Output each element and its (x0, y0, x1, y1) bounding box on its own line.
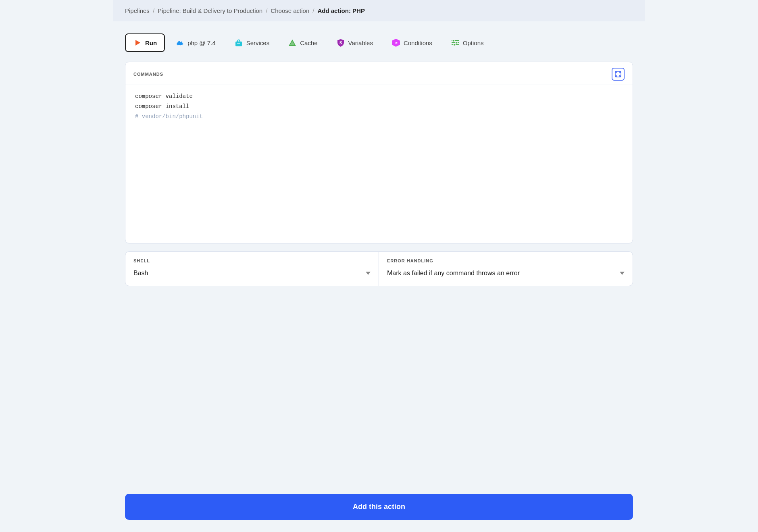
tab-options-label: Options (463, 39, 484, 46)
tab-conditions[interactable]: IF Conditions (383, 33, 440, 52)
error-handling-select[interactable]: Mark as failed if any command throws an … (387, 267, 625, 279)
services-icon (234, 38, 243, 47)
command-line-1: composer validate (135, 91, 623, 102)
shell-section: SHELL Bash (125, 252, 379, 286)
svg-point-5 (179, 45, 180, 46)
breadcrumb-current: Add action: PHP (317, 7, 365, 14)
cache-icon (288, 38, 297, 47)
tab-conditions-label: Conditions (404, 39, 432, 46)
error-handling-value: Mark as failed if any command throws an … (387, 270, 520, 277)
conditions-icon: IF (391, 38, 400, 47)
tab-variables[interactable]: S Variables (328, 33, 381, 52)
tab-cache[interactable]: Cache (280, 33, 325, 52)
breadcrumb-sep-2: / (266, 7, 267, 14)
shell-value: Bash (133, 270, 148, 277)
tab-php-label: php @ 7.4 (187, 39, 215, 46)
php-icon (175, 38, 184, 47)
svg-rect-8 (237, 43, 240, 44)
breadcrumb-sep-1: / (153, 7, 154, 14)
commands-card-header: COMMANDS (125, 62, 633, 85)
tab-options[interactable]: Options (443, 33, 492, 52)
commands-card: COMMANDS composer validate composer inst… (125, 62, 633, 243)
tab-services[interactable]: Services (226, 33, 278, 52)
tab-run-label: Run (145, 39, 157, 46)
command-line-3: # vendor/bin/phpunit (135, 112, 623, 122)
breadcrumb-choose-action[interactable]: Choose action (271, 7, 309, 14)
svg-rect-2 (178, 41, 180, 43)
svg-rect-3 (181, 42, 182, 43)
breadcrumb-pipelines[interactable]: Pipelines (125, 7, 150, 14)
svg-rect-7 (235, 42, 242, 46)
error-handling-label: ERROR HANDLING (387, 258, 625, 263)
svg-text:S: S (339, 41, 342, 45)
tab-cache-label: Cache (300, 39, 317, 46)
tabs-bar: Run php @ 7.4 (125, 33, 633, 52)
tab-variables-label: Variables (348, 39, 373, 46)
shell-chevron-icon (366, 272, 371, 275)
add-action-button[interactable]: Add this action (125, 494, 633, 520)
commands-editor[interactable]: composer validate composer install # ven… (125, 85, 633, 243)
error-handling-section: ERROR HANDLING Mark as failed if any com… (379, 252, 633, 286)
shell-error-card: SHELL Bash ERROR HANDLING Mark as failed… (125, 251, 633, 286)
options-icon (451, 38, 460, 47)
tab-run[interactable]: Run (125, 33, 165, 52)
svg-text:IF: IF (394, 42, 397, 45)
svg-point-16 (452, 40, 454, 42)
breadcrumb-sep-3: / (312, 7, 314, 14)
command-line-2: composer install (135, 102, 623, 112)
breadcrumb-pipeline-name[interactable]: Pipeline: Build & Delivery to Production (158, 7, 262, 14)
svg-point-6 (181, 45, 182, 46)
tab-services-label: Services (246, 39, 270, 46)
svg-point-18 (453, 44, 455, 46)
commands-label: COMMANDS (133, 72, 163, 77)
run-icon (133, 38, 142, 47)
shell-label: SHELL (133, 258, 371, 263)
svg-point-17 (455, 42, 457, 44)
tab-php[interactable]: php @ 7.4 (167, 33, 223, 52)
breadcrumb: Pipelines / Pipeline: Build & Delivery t… (113, 0, 645, 21)
expand-button[interactable] (612, 68, 625, 81)
error-handling-chevron-icon (620, 272, 625, 275)
svg-point-4 (178, 45, 179, 46)
shell-select[interactable]: Bash (133, 267, 371, 279)
variables-icon: S (336, 38, 345, 47)
